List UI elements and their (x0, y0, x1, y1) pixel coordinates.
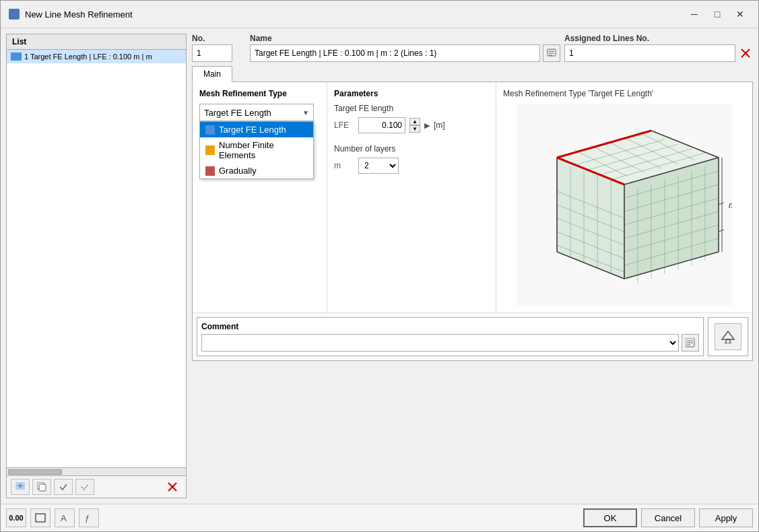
name-row (250, 44, 560, 62)
cancel-button[interactable]: Cancel (641, 508, 695, 527)
mrt-dropdown-button[interactable]: Target FE Length ▼ (199, 104, 314, 121)
params-title: Parameters (334, 89, 489, 98)
list-header: List (7, 34, 186, 50)
right-panel: No. Name Assigned to Lines No. (192, 34, 753, 498)
tabs: Main (192, 66, 753, 82)
lfe-input[interactable] (358, 117, 405, 133)
svg-text:ƒ: ƒ (85, 513, 90, 523)
mrt-section: Mesh Refinement Type Target FE Length ▼ (193, 82, 327, 312)
assigned-row (564, 44, 753, 62)
comment-edit-button[interactable] (682, 334, 699, 352)
list-item-text: 1 Target FE Length | LFE : 0.100 m | m (24, 53, 152, 61)
svg-rect-4 (39, 484, 46, 491)
list-delete-button[interactable] (163, 479, 182, 495)
mrt-title: Mesh Refinement Type (199, 89, 320, 98)
tab-main[interactable]: Main (192, 66, 232, 82)
lfe-spin-up[interactable]: ▲ (409, 118, 420, 125)
preview-title: Mesh Refinement Type 'Target FE Length' (503, 89, 746, 98)
svg-marker-68 (722, 331, 734, 339)
ok-button[interactable]: OK (583, 508, 637, 527)
bottom-bar: 0.00 A ƒ OK Cancel Apply (1, 504, 758, 531)
svg-rect-70 (36, 514, 45, 522)
mesh-preview-svg: m (517, 104, 732, 306)
formula-button[interactable]: ƒ (79, 508, 99, 527)
assigned-field-group: Assigned to Lines No. (564, 34, 753, 62)
zero-point-button[interactable]: 0.00 (6, 508, 26, 527)
name-input[interactable] (250, 44, 540, 62)
zero-point-icon: 0.00 (9, 514, 23, 522)
lfe-label: LFE (334, 121, 354, 130)
window: New Line Mesh Refinement ─ □ ✕ List 1 Ta… (0, 0, 759, 532)
main-content: List 1 Target FE Length | LFE : 0.100 m … (1, 28, 758, 504)
list-panel: List 1 Target FE Length | LFE : 0.100 m … (6, 34, 187, 498)
no-field-group: No. (192, 34, 246, 62)
dropdown-arrow-icon: ▼ (302, 109, 309, 117)
m-label: m (334, 161, 354, 170)
lfe-spin-down[interactable]: ▼ (409, 125, 420, 133)
window-title: New Line Mesh Refinement (25, 9, 679, 20)
dropdown-container: Target FE Length ▼ Target FE Length (199, 104, 320, 121)
number-fe-label: Number Finite Elements (219, 140, 308, 160)
tab-bar: Main Mesh Refinement Type Target FE Leng… (192, 66, 753, 361)
comment-row (201, 334, 699, 352)
tab-content: Mesh Refinement Type Target FE Length ▼ (192, 81, 753, 361)
apply-button[interactable]: Apply (699, 508, 753, 527)
list-duplicate-button[interactable] (32, 479, 51, 495)
mrt-dropdown-menu: Target FE Length Number Finite Elements … (199, 121, 314, 179)
comment-header: Comment (201, 322, 699, 331)
list-info-button[interactable] (75, 479, 94, 495)
dropdown-item-target-fe[interactable]: Target FE Length (200, 122, 313, 137)
m-select[interactable]: 2 1 3 4 (358, 158, 399, 174)
minimize-button[interactable]: ─ (684, 6, 704, 22)
window-icon (9, 9, 20, 20)
name-edit-button[interactable] (543, 44, 560, 62)
list-check-button[interactable] (54, 479, 73, 495)
preview-canvas: m (503, 104, 746, 306)
number-fe-icon (205, 145, 215, 155)
view-button[interactable] (715, 323, 741, 350)
mrt-selected-label: Target FE Length (204, 108, 271, 118)
preview-icon-section (708, 317, 748, 356)
target-fe-group: Target FE length LFE ▲ ▼ ▶ [m] (334, 104, 489, 133)
lfe-unit: [m] (434, 121, 445, 130)
close-button[interactable]: ✕ (730, 6, 750, 22)
name-label: Name (250, 34, 560, 43)
comment-section: Comment (197, 317, 704, 356)
gradually-label: Gradually (219, 166, 257, 176)
dropdown-item-gradually[interactable]: Gradually (200, 163, 313, 178)
target-fe-title: Target FE length (334, 104, 489, 113)
m-dim-label: m (729, 200, 732, 210)
list-content: 1 Target FE Length | LFE : 0.100 m | m (7, 50, 186, 259)
bottom-row: Comment (193, 312, 752, 360)
m-row: m 2 1 3 4 (334, 158, 489, 174)
list-add-button[interactable] (11, 479, 30, 495)
target-fe-label: Target FE Length (219, 125, 286, 135)
name-field-group: Name (250, 34, 560, 62)
list-toolbar (7, 475, 186, 498)
lfe-spinners: ▲ ▼ (409, 118, 420, 133)
maximize-button[interactable]: □ (707, 6, 727, 22)
params-section: Parameters Target FE length LFE ▲ ▼ (327, 82, 496, 312)
assigned-input[interactable] (564, 44, 735, 62)
dropdown-item-number-fe[interactable]: Number Finite Elements (200, 137, 313, 163)
svg-text:A: A (61, 513, 67, 523)
svg-marker-69 (725, 339, 731, 343)
no-input[interactable] (192, 44, 232, 62)
gradually-icon (205, 166, 215, 176)
title-bar: New Line Mesh Refinement ─ □ ✕ (1, 1, 758, 28)
comment-select[interactable] (201, 334, 679, 352)
layers-group: Number of layers m 2 1 3 4 (334, 144, 489, 174)
assigned-label: Assigned to Lines No. (564, 34, 753, 43)
assigned-clear-button[interactable] (738, 46, 753, 61)
text-button[interactable]: A (55, 508, 75, 527)
rectangle-select-button[interactable] (30, 508, 51, 527)
no-label: No. (192, 34, 246, 43)
list-scrollbar[interactable] (7, 467, 186, 475)
lfe-row: LFE ▲ ▼ ▶ [m] (334, 117, 489, 133)
list-item-icon (11, 53, 22, 61)
layers-title: Number of layers (334, 144, 489, 154)
list-item[interactable]: 1 Target FE Length | LFE : 0.100 m | m (7, 50, 186, 63)
title-bar-controls: ─ □ ✕ (684, 6, 750, 22)
tab-inner: Mesh Refinement Type Target FE Length ▼ (193, 82, 752, 312)
target-fe-icon (205, 125, 215, 135)
